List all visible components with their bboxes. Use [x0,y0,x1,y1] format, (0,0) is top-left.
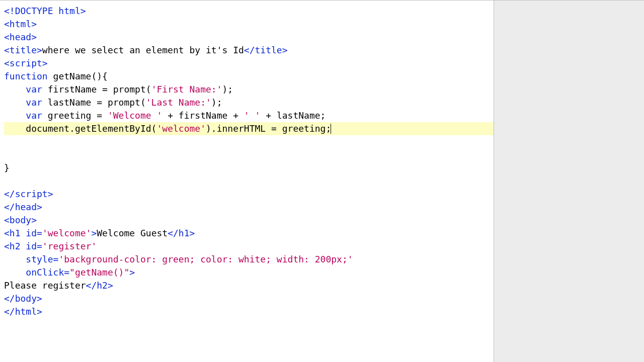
code-token: document.getElementById( [26,123,156,134]
side-panel [494,0,644,362]
code-line[interactable]: var lastName = prompt('Last Name:'); [4,96,494,109]
code-token: <head> [4,32,37,42]
code-token: var [26,84,42,95]
code-token: <script> [4,58,48,68]
code-token: </html> [4,306,42,317]
code-line[interactable]: <html> [4,18,494,31]
code-token: </h1> [168,228,195,238]
code-token: <h1 [4,228,26,238]
code-line[interactable]: var greeting = 'Welcome ' + firstName + … [4,109,494,122]
code-token: 'welcome' [42,228,92,238]
code-line[interactable] [4,174,494,188]
code-line[interactable]: <script> [4,57,494,70]
code-token: where we select an element by it's Id [42,45,244,55]
code-line[interactable]: <h1 id='welcome'>Welcome Guest</h1> [4,227,494,240]
code-token: id [26,241,37,251]
code-token: ' ' [244,110,261,121]
code-token: Welcome Guest [97,228,168,238]
code-token: > [91,228,97,238]
code-line[interactable]: onClick="getName()"> [4,266,494,279]
code-token: } [4,162,10,173]
code-token: id [26,228,37,238]
code-line[interactable]: </head> [4,201,494,214]
code-token: </h2> [86,280,113,291]
code-token: getName(){ [48,71,108,81]
code-token: greeting = [42,110,108,121]
code-token: style [26,254,53,264]
code-token: <html> [4,19,37,29]
code-line[interactable]: style='background-color: green; color: w… [4,253,494,266]
code-token: <!DOCTYPE html> [4,6,86,16]
code-token: Please register [4,280,86,291]
code-token: 'First Name:' [151,84,222,95]
code-line[interactable]: <body> [4,214,494,227]
code-token: firstName = prompt( [42,84,151,95]
code-line[interactable]: document.getElementById('welcome').inner… [4,122,494,135]
code-editor-pane[interactable]: <!DOCTYPE html><html><head><title>where … [0,0,494,362]
code-line[interactable]: var firstName = prompt('First Name:'); [4,83,494,96]
code-token: </body> [4,293,42,304]
code-token: </script> [4,189,53,199]
code-line[interactable]: function getName(){ [4,70,494,83]
code-line[interactable]: Please register</h2> [4,279,494,292]
code-line[interactable]: <!DOCTYPE html> [4,5,494,18]
code-line[interactable] [4,135,494,148]
code-token: = [64,267,69,278]
code-line[interactable]: <title>where we select an element by it'… [4,44,494,57]
code-line[interactable]: </body> [4,292,494,305]
code-line[interactable]: <h2 id='register' [4,240,494,253]
code-token: 'Welcome ' [108,110,162,121]
code-token: > [129,267,135,278]
code-token: = [37,241,42,251]
code-token: ); [211,97,222,108]
code-token: ).innerHTML = greeting; [206,123,331,134]
code-token: "getName()" [69,267,129,278]
code-token: lastName = prompt( [42,97,146,108]
code-token: = [37,228,42,238]
code-line[interactable]: </script> [4,188,494,201]
text-cursor [331,124,331,134]
code-token: + firstName + [162,110,244,121]
code-line[interactable] [4,148,494,161]
code-token: = [53,254,59,264]
code-token: var [26,97,42,108]
code-token: <title> [4,45,42,55]
code-token: </head> [4,202,42,212]
code-token: ); [222,84,233,95]
code-line[interactable]: </html> [4,305,494,318]
code-token: 'Last Name:' [146,97,211,108]
code-line[interactable]: } [4,161,494,174]
code-token: + lastName; [260,110,326,121]
code-token: 'register' [42,241,97,251]
code-token: 'background-color: green; color: white; … [58,254,353,264]
code-line[interactable]: <head> [4,31,494,44]
code-token: <body> [4,215,37,225]
code-token: var [26,110,42,121]
code-token: <h2 [4,241,26,251]
code-token: 'welcome' [156,123,206,134]
code-token: function [4,71,48,81]
code-token: onClick [26,267,64,278]
code-token: </title> [244,45,288,55]
